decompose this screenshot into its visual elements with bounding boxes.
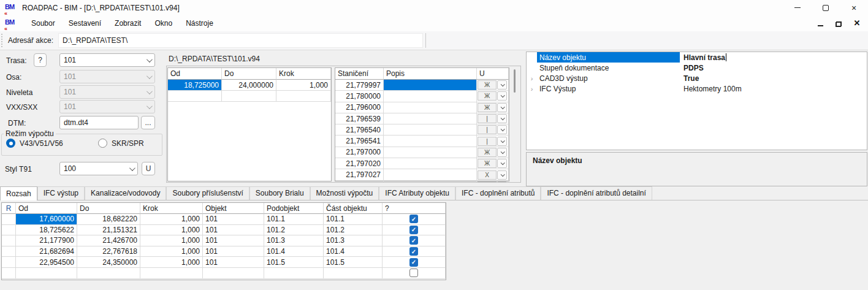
checkbox-unchecked[interactable] (409, 269, 418, 277)
od-cell[interactable]: 17,600000 (16, 214, 77, 225)
property-row[interactable]: › IFC Výstup Hektometry 100m (527, 83, 867, 94)
minimize-button[interactable] (783, 0, 812, 15)
address-input[interactable]: D:\_RPDATA\TEST\ (58, 33, 423, 48)
checkbox-checked[interactable]: ✓ (409, 236, 418, 245)
station-cell[interactable]: 21,797020 (335, 158, 384, 169)
krok-cell[interactable]: 1,000 (276, 80, 331, 91)
column-header-krok[interactable]: Krok (276, 68, 331, 80)
podobjekt-cell[interactable]: 101.4 (264, 246, 324, 258)
station-table-scrollbar[interactable] (514, 69, 516, 93)
objekt-cell[interactable]: 101 (203, 214, 264, 225)
menu-soubor[interactable]: Soubor (25, 17, 62, 30)
property-value[interactable]: Hlavní trasa (680, 52, 867, 63)
u-value[interactable]: X (478, 181, 497, 183)
od-cell[interactable]: 21,682694 (16, 246, 77, 258)
krok-cell[interactable]: 1,000 (140, 214, 203, 225)
mdi-minimize-button[interactable] (815, 19, 825, 28)
krok-cell[interactable]: 1,000 (140, 257, 203, 268)
tab-kanalizace[interactable]: Kanalizace/vodovody (85, 186, 166, 200)
expand-icon[interactable]: › (527, 75, 537, 82)
u-dropdown-button[interactable] (497, 114, 507, 123)
menu-zobrazit[interactable]: Zobrazit (108, 17, 148, 30)
popis-cell[interactable] (384, 124, 477, 135)
help-button[interactable]: ? (34, 53, 47, 67)
podobjekt-cell[interactable]: 101.2 (264, 225, 324, 236)
popis-cell[interactable] (384, 80, 477, 91)
krok-cell[interactable] (276, 91, 331, 102)
do-cell[interactable]: 24,000000 (222, 80, 276, 91)
property-value[interactable]: True (680, 73, 867, 83)
tab-soubory-prislusenstvi[interactable]: Soubory příslušenství (166, 186, 249, 200)
krok-cell[interactable]: 1,000 (140, 225, 203, 236)
station-cell[interactable]: 21,797027 (335, 169, 384, 180)
popis-cell[interactable] (384, 158, 477, 169)
cast-cell[interactable] (324, 268, 383, 279)
station-cell[interactable]: 21,779997 (335, 80, 384, 91)
station-cell[interactable]: 21,780000 (335, 91, 384, 102)
property-name[interactable]: Název objektu (537, 52, 680, 63)
u-value[interactable]: | (478, 137, 497, 146)
popis-cell[interactable] (384, 135, 477, 147)
column-header-objekt[interactable]: Objekt (203, 203, 264, 214)
expand-icon[interactable]: › (527, 85, 537, 93)
u-dropdown-button[interactable] (497, 170, 507, 180)
mdi-restore-button[interactable] (834, 19, 843, 28)
property-value[interactable]: Hektometry 100m (680, 83, 867, 94)
tab-ifc-doplneni[interactable]: IFC - doplnění atributů (455, 186, 541, 200)
row-selector[interactable] (2, 246, 16, 258)
menu-okno[interactable]: Okno (148, 17, 179, 30)
row-selector[interactable] (2, 268, 16, 279)
column-header-do[interactable]: Do (222, 68, 276, 80)
do-cell[interactable]: 22,767618 (77, 246, 140, 258)
do-cell[interactable]: 18,682220 (77, 214, 140, 225)
u-value[interactable]: Ж (478, 80, 497, 90)
tab-moznosti-vypoctu[interactable]: Možnosti výpočtu (310, 186, 379, 200)
column-header-popis[interactable]: Popis (384, 68, 477, 80)
dtm-input[interactable]: dtm.dt4 (59, 116, 139, 129)
property-row[interactable]: Název objektu Hlavní trasa (527, 52, 867, 63)
u-dropdown-button[interactable] (497, 80, 507, 90)
tab-ifc-vystup[interactable]: IFC výstup (37, 186, 85, 200)
radio-v43[interactable]: V43/V51/V56 (6, 139, 63, 148)
podobjekt-cell[interactable]: 101.5 (264, 257, 324, 268)
property-row[interactable]: Stupeň dokumentace PDPS (527, 63, 867, 73)
row-selector[interactable] (2, 235, 16, 246)
tab-soubory-brialu[interactable]: Soubory Brialu (249, 186, 310, 200)
cast-cell[interactable]: 101.3 (324, 235, 383, 246)
objekt-cell[interactable] (203, 268, 264, 279)
cast-cell[interactable]: 101.5 (324, 257, 383, 268)
column-header-cast[interactable]: Část objektu (324, 203, 383, 214)
row-selector[interactable] (2, 225, 16, 236)
u-dropdown-button[interactable] (497, 125, 507, 134)
checkbox-checked[interactable]: ✓ (409, 215, 418, 223)
u-value[interactable]: Ж (478, 148, 497, 157)
property-name[interactable]: Stupeň dokumentace (537, 63, 680, 73)
station-cell[interactable]: 21,796540 (335, 124, 384, 135)
od-cell[interactable] (168, 91, 222, 102)
objekt-cell[interactable]: 101 (203, 235, 264, 246)
checkbox-checked[interactable]: ✓ (409, 258, 418, 267)
u-button[interactable]: U (142, 162, 155, 175)
column-header-podobjekt[interactable]: Podobjekt (264, 203, 324, 214)
krok-cell[interactable] (140, 268, 203, 279)
krok-cell[interactable]: 1,000 (140, 246, 203, 258)
objekt-cell[interactable]: 101 (203, 257, 264, 268)
od-cell[interactable]: 18,725000 (168, 80, 222, 91)
popis-cell[interactable] (384, 102, 477, 113)
cast-cell[interactable]: 101.1 (324, 214, 383, 225)
objekt-cell[interactable]: 101 (203, 225, 264, 236)
column-header-check[interactable]: ? (383, 203, 446, 214)
popis-cell[interactable] (384, 91, 477, 102)
tab-rozsah[interactable]: Rozsah (0, 186, 37, 200)
popis-cell[interactable] (384, 181, 477, 183)
close-button[interactable]: × (840, 0, 868, 15)
column-header-do[interactable]: Do (77, 203, 140, 214)
do-cell[interactable]: 24,350000 (77, 257, 140, 268)
tab-ifc-doplneni-detailni[interactable]: IFC - doplnění atributů detailní (541, 186, 652, 200)
column-header-stanicen[interactable]: Staničení (335, 68, 384, 80)
cast-cell[interactable]: 101.4 (324, 246, 383, 258)
u-dropdown-button[interactable] (497, 91, 507, 101)
radio-skr[interactable]: SKR/SPR (98, 139, 144, 148)
mdi-close-button[interactable]: ✕ (852, 19, 862, 28)
podobjekt-cell[interactable]: 101.3 (264, 235, 324, 246)
